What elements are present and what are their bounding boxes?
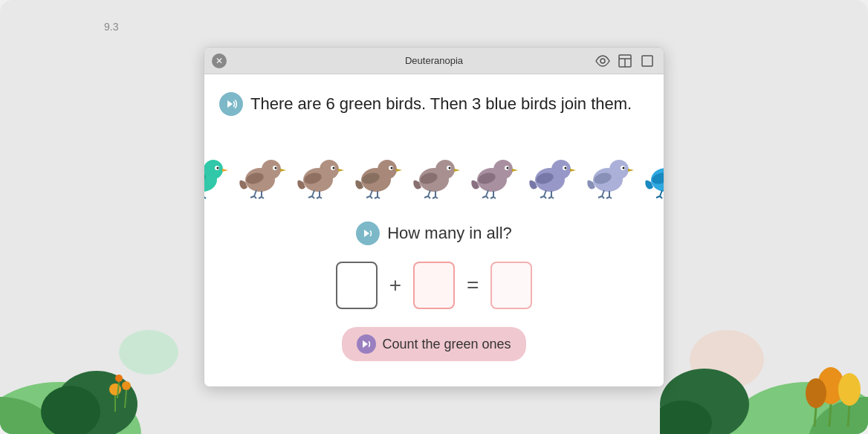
svg-point-27 [204,160,223,179]
svg-line-116 [602,190,604,196]
svg-point-113 [623,167,625,169]
svg-point-15 [838,373,861,406]
result-input[interactable] [490,262,532,309]
svg-line-119 [602,196,604,198]
svg-marker-90 [512,169,518,172]
bird-1 [204,149,228,201]
svg-point-41 [275,167,277,169]
equation-row: + = [219,262,649,309]
svg-line-56 [312,190,314,196]
svg-line-83 [428,196,430,198]
close-button[interactable]: ✕ [212,54,227,68]
svg-line-97 [493,197,496,198]
svg-point-16 [806,378,826,408]
svg-line-108 [548,197,551,198]
svg-line-37 [204,197,206,198]
window-content: There are 6 green birds. Then 3 blue bir… [204,74,664,386]
version-label: 9.3 [104,21,118,33]
svg-line-107 [544,196,546,198]
titlebar-icons [594,52,656,70]
plus-operator: + [389,273,401,297]
svg-marker-25 [227,100,233,108]
svg-line-18 [848,406,849,427]
svg-marker-66 [396,169,402,172]
question-text: How many in all? [387,224,512,243]
hint-label: Count the green ones [382,337,511,352]
svg-line-95 [486,196,488,198]
svg-line-92 [486,190,488,196]
outer-background: 9.3 [0,0,868,434]
bird-9 [640,149,664,201]
svg-marker-102 [570,169,576,172]
svg-marker-134 [364,230,369,237]
bird-5 [408,149,460,201]
svg-line-85 [435,197,438,198]
bird-7 [524,149,576,201]
svg-line-121 [609,197,612,198]
svg-point-63 [378,160,397,179]
svg-marker-42 [280,169,286,172]
square-icon-button[interactable] [638,52,656,70]
svg-line-72 [375,197,378,198]
main-window: ✕ Deuteranopia [204,47,664,387]
svg-line-96 [490,197,493,198]
svg-point-29 [217,167,219,169]
svg-point-99 [551,160,571,179]
svg-point-75 [435,160,455,179]
svg-rect-24 [642,56,652,66]
svg-point-20 [600,59,605,63]
svg-point-89 [507,167,509,169]
bird-8 [582,149,634,201]
svg-line-47 [254,196,256,198]
svg-line-44 [254,190,256,196]
svg-line-70 [366,196,370,198]
svg-line-19 [814,408,816,427]
svg-point-65 [391,167,393,169]
question-audio-button[interactable] [356,221,380,245]
svg-line-71 [370,196,372,198]
svg-line-80 [428,190,430,196]
birds-row [219,134,649,201]
statement-audio-button[interactable] [219,92,243,116]
bird-6 [466,149,518,201]
equals-operator: = [467,273,479,297]
bg-grass-left [0,315,208,434]
svg-line-48 [259,197,262,198]
bird-4 [350,149,402,201]
bird-3 [292,149,344,201]
svg-line-106 [540,196,544,198]
svg-marker-114 [628,169,634,172]
first-number-input[interactable] [336,262,378,309]
svg-line-59 [312,196,314,198]
table-icon-button[interactable] [616,52,634,70]
svg-line-73 [378,197,380,198]
second-number-input[interactable] [413,262,455,309]
svg-line-120 [606,197,609,198]
svg-line-60 [317,197,320,198]
svg-point-111 [609,160,629,179]
svg-line-61 [320,197,322,198]
svg-line-82 [424,196,428,198]
svg-line-94 [482,196,486,198]
bg-grass-right [660,315,868,434]
problem-statement: There are 6 green birds. Then 3 blue bir… [219,92,649,116]
svg-line-118 [598,196,602,198]
svg-line-58 [308,196,312,198]
svg-point-8 [115,375,123,382]
problem-text-content: There are 6 green birds. Then 3 blue bir… [250,94,632,114]
svg-line-109 [551,197,554,198]
question-row: How many in all? [219,221,649,245]
eye-icon-button[interactable] [594,52,612,70]
close-icon: ✕ [216,56,223,66]
svg-line-128 [660,190,662,196]
svg-line-49 [262,197,264,198]
hint-button[interactable]: Count the green ones [342,327,525,361]
window-title: Deuteranopia [405,55,463,66]
svg-line-84 [433,197,435,198]
svg-line-46 [250,196,254,198]
svg-point-101 [565,167,567,169]
svg-marker-78 [454,169,460,172]
svg-point-5 [122,381,131,390]
svg-point-39 [262,160,281,179]
svg-line-17 [829,404,831,427]
